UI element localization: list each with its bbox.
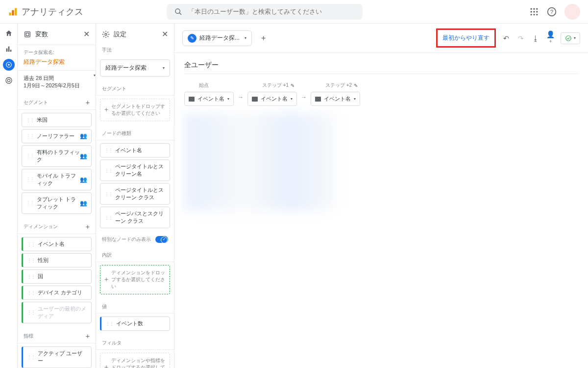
app-header: アナリティクス ?	[0, 0, 588, 24]
svg-point-21	[6, 78, 12, 83]
nav-advertising-icon[interactable]	[3, 75, 15, 86]
technique-dropdown[interactable]: 経路データ探索	[100, 59, 170, 77]
nav-home-icon[interactable]	[3, 27, 15, 39]
step-node[interactable]: イベント名	[311, 92, 360, 106]
segments-setting-label: セグメント	[96, 80, 174, 96]
segment-chip[interactable]: ⋮⋮有料のトラフィック👥	[22, 145, 92, 167]
segment-chip[interactable]: ⋮⋮ノーリファラー👥	[22, 129, 92, 143]
product-logo: アナリティクス	[8, 6, 83, 18]
svg-point-6	[533, 8, 535, 9]
header-actions: ?	[529, 4, 580, 20]
add-segment-button[interactable]: +	[86, 99, 90, 106]
share-icon[interactable]: 👤⁺	[546, 30, 555, 46]
step-node[interactable]: イベント名	[247, 92, 297, 106]
dimensions-label: ディメンション	[24, 223, 58, 230]
dimension-chip[interactable]: ⋮⋮ユーザーの最初のメディア	[22, 302, 92, 323]
people-icon: 👥	[80, 200, 87, 207]
people-icon: 👥	[80, 132, 87, 139]
breakdown-dropzone[interactable]: +ディメンションをドロップするか選択してください	[100, 265, 170, 294]
add-metric-button[interactable]: +	[86, 332, 90, 340]
dimensions-section-header: ディメンション +	[18, 218, 96, 234]
date-range-value: 1月9日～2025年2月5日	[24, 82, 90, 89]
arrow-icon: →	[238, 94, 244, 101]
left-nav-rail	[0, 24, 18, 368]
dimension-chip-list: ⋮⋮イベント名 ⋮⋮性別 ⋮⋮国 ⋮⋮デバイス カテゴリ ⋮⋮ユーザーの最初のメ…	[18, 237, 96, 327]
svg-line-4	[179, 13, 181, 15]
segments-dropzone[interactable]: +セグメントをドロップするか選択してください	[100, 99, 170, 121]
pencil-icon[interactable]: ✎	[354, 83, 358, 88]
svg-point-10	[536, 11, 538, 12]
main-layout: 変数 ✕ データ探索名: 経路データ探索 過去 28 日間 1月9日～2025年…	[18, 24, 588, 368]
insights-button[interactable]: ▾	[561, 32, 580, 44]
tab-label: 経路データ探...	[199, 34, 240, 42]
dimension-chip[interactable]: ⋮⋮国	[22, 269, 92, 284]
segments-section-header: セグメント +	[18, 94, 96, 110]
date-range-picker[interactable]: 過去 28 日間 1月9日～2025年2月5日	[18, 70, 96, 94]
user-avatar[interactable]	[564, 4, 580, 20]
search-input[interactable]	[188, 8, 355, 15]
svg-rect-0	[9, 12, 11, 15]
nav-reports-icon[interactable]	[3, 43, 15, 55]
search-icon	[174, 8, 182, 16]
arrow-icon: →	[301, 94, 307, 101]
metric-chip[interactable]: ⋮⋮アクティブ ユーザー	[22, 346, 92, 368]
add-tab-button[interactable]: +	[256, 30, 271, 46]
svg-text:?: ?	[550, 8, 554, 15]
segment-chip[interactable]: ⋮⋮モバイル トラフィック👥	[22, 169, 92, 190]
undo-icon[interactable]: ↶	[502, 34, 511, 42]
metric-chip-list: ⋮⋮アクティブ ユーザー ⋮⋮イベント数 ⋮⋮総ユーザー数	[18, 346, 96, 368]
event-icon	[315, 97, 321, 102]
svg-rect-24	[26, 33, 28, 35]
close-variables-icon[interactable]: ✕	[83, 29, 90, 39]
exploration-tab[interactable]: ✎ 経路データ探...	[182, 30, 252, 46]
segments-label: セグメント	[24, 99, 48, 106]
gear-icon	[102, 30, 110, 38]
metrics-label: 指標	[24, 333, 33, 340]
download-icon[interactable]: ⭳	[531, 34, 540, 42]
svg-point-5	[531, 8, 532, 9]
segment-chip[interactable]: ⋮⋮米国	[22, 113, 92, 127]
settings-panel: 設定 ✕ 手法 経路データ探索 セグメント +セグメントをドロップするか選択して…	[96, 24, 174, 368]
toolbar-actions: 最初からやり直す ↶ ↷ ⭳ 👤⁺ ▾	[436, 28, 580, 48]
special-nodes-label: 特別なノードのみ表示	[102, 236, 151, 243]
svg-rect-23	[25, 31, 30, 37]
svg-point-9	[533, 11, 535, 12]
dimension-chip[interactable]: ⋮⋮性別	[22, 253, 92, 267]
node-type-chip[interactable]: ⋮⋮ページタイトルとスクリーン名	[100, 159, 170, 181]
variables-panel: 変数 ✕ データ探索名: 経路データ探索 過去 28 日間 1月9日～2025年…	[18, 24, 96, 368]
segment-chip-list: ⋮⋮米国 ⋮⋮ノーリファラー👥 ⋮⋮有料のトラフィック👥 ⋮⋮モバイル トラフィ…	[18, 113, 96, 218]
chart-placeholder	[184, 113, 336, 211]
apps-icon[interactable]	[529, 7, 539, 17]
redo-icon[interactable]: ↷	[516, 34, 525, 42]
dimension-chip[interactable]: ⋮⋮デバイス カテゴリ	[22, 286, 92, 300]
path-steps: 始点 イベント名 → ステップ +1✎ イベント名 → ステップ +2✎ イベン…	[184, 82, 578, 106]
special-nodes-toggle[interactable]	[155, 236, 168, 243]
nav-explore-icon[interactable]	[3, 59, 15, 71]
step-node[interactable]: イベント名	[184, 92, 234, 106]
step-1: ステップ +1✎ イベント名	[247, 82, 297, 106]
filters-dropzone[interactable]: +ディメンションや指標をドロップするか選択してください	[100, 353, 170, 368]
breakdown-label: 内訳	[96, 247, 174, 262]
dimension-chip[interactable]: ⋮⋮イベント名	[22, 237, 92, 251]
pencil-icon[interactable]: ✎	[291, 83, 294, 88]
reset-button[interactable]: 最初からやり直す	[436, 28, 496, 48]
search-box[interactable]	[167, 4, 363, 20]
edit-icon: ✎	[188, 34, 196, 43]
node-type-chip[interactable]: ⋮⋮ページタイトルとスクリーン クラス	[100, 183, 170, 205]
svg-rect-2	[15, 8, 17, 15]
close-settings-icon[interactable]: ✕	[162, 29, 168, 39]
value-chip[interactable]: ⋮⋮イベント数	[100, 316, 170, 331]
variables-panel-header: 変数 ✕	[18, 24, 96, 45]
exploration-name-block: データ探索名: 経路データ探索	[18, 45, 96, 70]
node-type-chip[interactable]: ⋮⋮イベント名	[100, 143, 170, 158]
svg-point-22	[7, 79, 10, 81]
add-dimension-button[interactable]: +	[86, 223, 90, 231]
node-type-list: ⋮⋮イベント名 ⋮⋮ページタイトルとスクリーン名 ⋮⋮ページタイトルとスクリーン…	[96, 143, 174, 232]
help-icon[interactable]: ?	[547, 7, 557, 17]
people-icon: 👥	[80, 176, 87, 183]
node-type-chip[interactable]: ⋮⋮ページパスとスクリーン クラス	[100, 207, 170, 228]
technique-label: 手法	[96, 45, 174, 56]
exploration-name-value[interactable]: 経路データ探索	[24, 58, 90, 66]
segment-chip[interactable]: ⋮⋮タブレット トラフィック👥	[22, 192, 92, 214]
svg-rect-16	[6, 49, 7, 52]
